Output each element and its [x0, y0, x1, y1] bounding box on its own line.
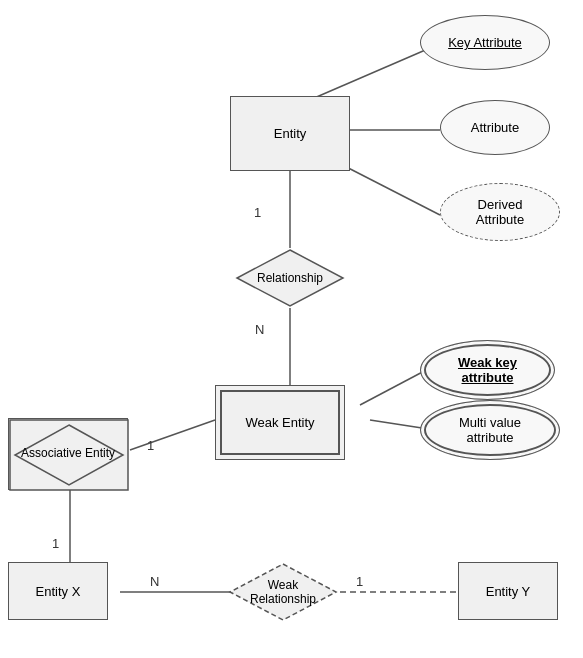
- cardinality-na: N: [255, 322, 264, 337]
- er-diagram: Entity Key Attribute Attribute Derived A…: [0, 0, 583, 658]
- entity-label: Entity: [274, 126, 307, 141]
- weak-relationship-label: Weak Relationship: [250, 578, 316, 607]
- entity-x-node: Entity X: [8, 562, 108, 620]
- attribute-node: Attribute: [440, 100, 550, 155]
- cardinality-nb: N: [150, 574, 159, 589]
- weak-relationship-node: Weak Relationship: [228, 562, 338, 622]
- multi-value-attribute-label: Multi value attribute: [459, 415, 521, 445]
- associative-entity-label: Associative Entity: [21, 446, 115, 462]
- weak-entity-label: Weak Entity: [245, 415, 314, 430]
- relationship-node: Relationship: [235, 248, 345, 308]
- key-attribute-label: Key Attribute: [448, 35, 522, 50]
- cardinality-1a: 1: [254, 205, 261, 220]
- key-attribute-node: Key Attribute: [420, 15, 550, 70]
- entity-y-label: Entity Y: [486, 584, 531, 599]
- cardinality-1b: 1: [147, 438, 154, 453]
- weak-key-attribute-label: Weak key attribute: [458, 355, 517, 385]
- relationship-label: Relationship: [257, 271, 323, 285]
- entity-x-label: Entity X: [36, 584, 81, 599]
- cardinality-1d: 1: [356, 574, 363, 589]
- associative-entity-node: Associative Entity: [8, 418, 128, 490]
- derived-attribute-node: Derived Attribute: [440, 183, 560, 241]
- entity-y-node: Entity Y: [458, 562, 558, 620]
- cardinality-1c: 1: [52, 536, 59, 551]
- attribute-label: Attribute: [471, 120, 519, 135]
- derived-attribute-label: Derived Attribute: [476, 197, 524, 227]
- weak-key-attribute-node: Weak key attribute: [420, 340, 555, 400]
- svg-line-7: [130, 420, 215, 450]
- multi-value-attribute-node: Multi value attribute: [420, 400, 560, 460]
- weak-entity-node: Weak Entity: [215, 385, 345, 460]
- entity-node: Entity: [230, 96, 350, 171]
